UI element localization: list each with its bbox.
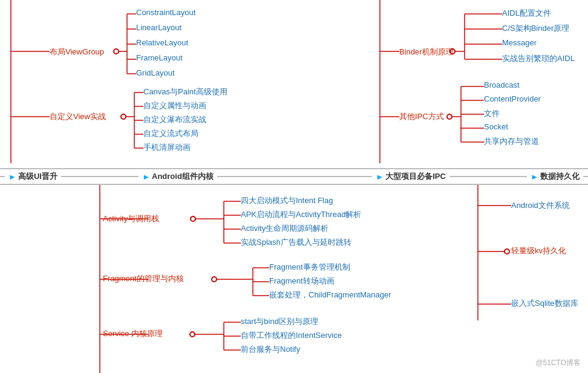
section-header-android: ► Android组件内核 bbox=[139, 171, 217, 182]
node-activity: Activity与调用栈 bbox=[103, 213, 159, 224]
node-grid: GridLayout bbox=[136, 68, 175, 77]
node-fragment-tx: Fragment事务管理机制 bbox=[269, 262, 350, 273]
node-binder: Binder机制原理 bbox=[399, 47, 454, 57]
svg-point-58 bbox=[121, 114, 126, 119]
node-foreground: 前台服务与Notify bbox=[241, 344, 300, 355]
svg-point-57 bbox=[114, 49, 119, 54]
arrow-icon-ui: ► bbox=[8, 172, 16, 181]
node-splash: 实战Splash广告载入与延时跳转 bbox=[241, 237, 351, 248]
node-cs-binder: C/S架构Binder原理 bbox=[502, 23, 569, 34]
node-aidl-advanced: 实战告别繁琐的AIDL bbox=[502, 53, 575, 64]
node-frame: FrameLayout bbox=[136, 53, 183, 62]
node-socket: Socket bbox=[484, 122, 508, 131]
section-header-ui: ► 高级UI晋升 bbox=[5, 171, 61, 182]
node-file: 文件 bbox=[484, 108, 500, 119]
node-waterfall: 自定义瀑布流实战 bbox=[143, 114, 206, 125]
arrow-icon-android: ► bbox=[142, 172, 150, 181]
svg-point-63 bbox=[190, 332, 195, 337]
arrow-icon-ipc: ► bbox=[376, 172, 384, 181]
node-custom-view: 自定义View实战 bbox=[50, 111, 106, 122]
node-sqlite: 嵌入式Sqlite数据库 bbox=[511, 298, 578, 309]
node-intent-service: 自带工作线程的IntentService bbox=[241, 330, 342, 341]
arrow-icon-data: ► bbox=[531, 172, 538, 181]
node-child-fragment: 嵌套处理，ChildFragmentManager bbox=[269, 290, 391, 300]
node-linear: LinearLayout bbox=[136, 23, 181, 32]
node-apk-launch: APK启动流程与ActivityThread解析 bbox=[241, 209, 361, 220]
section-header-ipc: ► 大型项目必备IPC bbox=[372, 171, 449, 182]
node-buju: 布局ViewGroup bbox=[50, 47, 104, 57]
node-broadcast: Broadcast bbox=[484, 80, 520, 89]
svg-point-64 bbox=[505, 249, 509, 254]
node-messager: Messager bbox=[502, 38, 537, 47]
svg-point-62 bbox=[212, 277, 217, 282]
node-custom-attr: 自定义属性与动画 bbox=[143, 100, 206, 111]
diagram-container: ► 高级UI晋升 ► Android组件内核 ► 大型项目必备IPC ► 数据持… bbox=[0, 0, 588, 373]
watermark: @51CTO博客 bbox=[535, 358, 581, 368]
node-lifecycle: Activity生命周期源码解析 bbox=[241, 223, 328, 234]
node-content-provider: ContentProvider bbox=[484, 94, 541, 103]
node-fragment-anim: Fragment转场动画 bbox=[269, 276, 335, 287]
node-android-file: Android文件系统 bbox=[511, 200, 570, 211]
node-shared-memory: 共享内存与管道 bbox=[484, 136, 539, 147]
section-header-data: ► 数据持久化 bbox=[527, 171, 583, 182]
node-flow-layout: 自定义流式布局 bbox=[143, 128, 198, 139]
node-fragment: Fragment的管理与内核 bbox=[103, 273, 184, 284]
node-constraint: ConstraintLayout bbox=[136, 8, 195, 17]
node-clear-screen: 手机清屏动画 bbox=[143, 142, 191, 153]
node-launch-mode: 四大启动模式与Intent Flag bbox=[241, 195, 333, 206]
node-start-bind: start与bind区别与原理 bbox=[241, 316, 318, 327]
svg-point-60 bbox=[447, 114, 452, 119]
node-aidl-config: AIDL配置文件 bbox=[502, 8, 551, 19]
node-canvas: Canvas与Paint高级使用 bbox=[143, 86, 227, 97]
node-other-ipc: 其他IPC方式 bbox=[399, 111, 444, 122]
node-kv: 轻量级kv持久化 bbox=[511, 245, 566, 256]
node-relative: RelativeLayout bbox=[136, 38, 188, 47]
node-service: Service 内核原理 bbox=[103, 328, 163, 339]
svg-point-61 bbox=[191, 216, 195, 221]
